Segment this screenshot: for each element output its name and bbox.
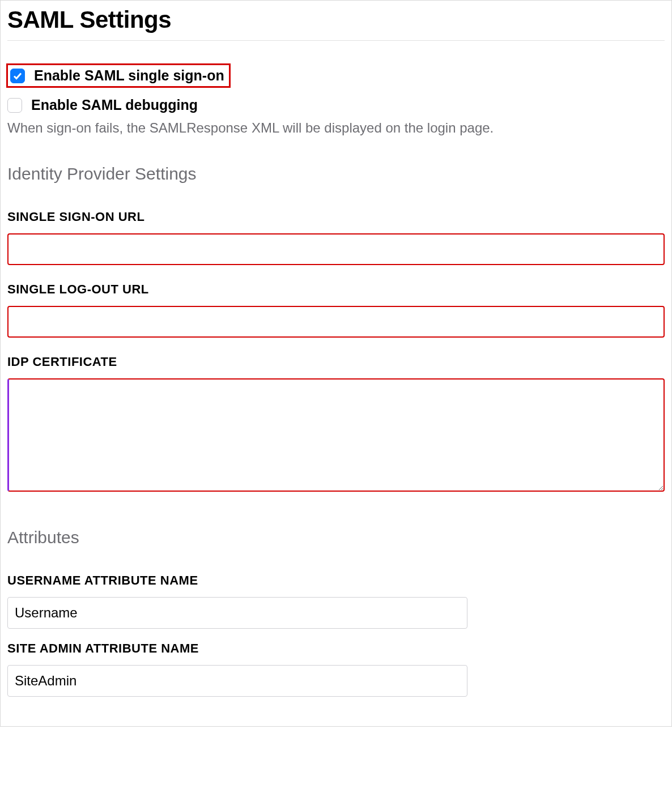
username-attr-label: USERNAME ATTRIBUTE NAME <box>7 573 665 588</box>
debugging-description: When sign-on fails, the SAMLResponse XML… <box>7 120 665 136</box>
site-admin-attr-label: SITE ADMIN ATTRIBUTE NAME <box>7 641 665 656</box>
enable-debugging-row[interactable]: Enable SAML debugging <box>7 93 665 117</box>
username-attr-input[interactable] <box>7 597 467 629</box>
idp-cert-group: IDP CERTIFICATE <box>7 355 665 494</box>
slo-url-label: SINGLE LOG-OUT URL <box>7 282 665 297</box>
slo-url-input[interactable] <box>7 306 665 338</box>
idp-cert-textarea[interactable] <box>7 378 665 492</box>
sso-url-group: SINGLE SIGN-ON URL <box>7 210 665 265</box>
enable-debugging-label: Enable SAML debugging <box>31 97 198 113</box>
enable-debugging-checkbox[interactable] <box>7 98 22 113</box>
site-admin-attr-input[interactable] <box>7 665 467 697</box>
enable-sso-label: Enable SAML single sign-on <box>34 67 224 84</box>
check-icon <box>13 71 22 80</box>
site-admin-attr-group: SITE ADMIN ATTRIBUTE NAME <box>7 641 665 697</box>
enable-sso-checkbox[interactable] <box>10 69 25 83</box>
saml-settings-panel: SAML Settings Enable SAML single sign-on… <box>0 0 672 727</box>
attributes-section: Attributes USERNAME ATTRIBUTE NAME SITE … <box>7 528 665 697</box>
username-attr-group: USERNAME ATTRIBUTE NAME <box>7 573 665 629</box>
sso-url-input[interactable] <box>7 233 665 265</box>
divider <box>7 40 665 41</box>
enable-sso-row[interactable]: Enable SAML single sign-on <box>6 63 231 88</box>
sso-url-label: SINGLE SIGN-ON URL <box>7 210 665 224</box>
idp-section-title: Identity Provider Settings <box>7 164 665 184</box>
slo-url-group: SINGLE LOG-OUT URL <box>7 282 665 338</box>
attributes-section-title: Attributes <box>7 528 665 547</box>
page-title: SAML Settings <box>7 6 665 33</box>
idp-cert-label: IDP CERTIFICATE <box>7 355 665 369</box>
